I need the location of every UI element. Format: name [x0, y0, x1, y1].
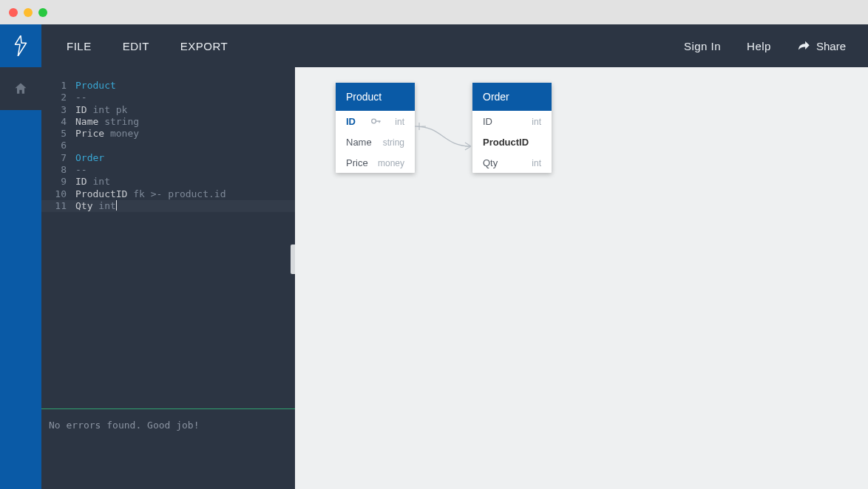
table-row[interactable]: IDint [472, 111, 552, 131]
column-name: Qty [483, 157, 498, 168]
line-number: 6 [41, 140, 75, 151]
line-number: 7 [41, 152, 75, 164]
table-box[interactable]: ProductIDintNamestringPricemoney [336, 83, 415, 173]
column-name: ID [346, 116, 356, 127]
line-code: Order [75, 152, 295, 164]
editor-line[interactable]: 1Product [41, 80, 295, 92]
menu-export[interactable]: EXPORT [180, 40, 228, 52]
line-number: 10 [41, 188, 75, 200]
table-row[interactable]: Qtyint [472, 152, 552, 173]
line-number: 5 [41, 128, 75, 140]
editor-line[interactable]: 5Price money [41, 128, 295, 140]
editor-line[interactable]: 3ID int pk [41, 104, 295, 116]
line-number: 1 [41, 80, 75, 92]
column-name: Price [346, 157, 368, 168]
svg-rect-2 [379, 120, 379, 123]
line-code: ID int pk [75, 104, 295, 116]
menu-edit[interactable]: EDIT [123, 40, 149, 52]
window-minimize-button[interactable] [24, 8, 33, 17]
column-type: money [378, 158, 404, 168]
table-row[interactable]: Pricemoney [336, 152, 415, 173]
table-header[interactable]: Order [472, 83, 552, 111]
table-row[interactable]: Namestring [336, 131, 415, 152]
left-rail [0, 24, 41, 489]
line-number: 8 [41, 164, 75, 176]
column-type: string [383, 137, 404, 148]
table-header[interactable]: Product [336, 83, 415, 111]
line-code: Qty int [75, 200, 295, 212]
share-icon [797, 41, 810, 51]
column-name: ID [483, 116, 492, 127]
line-code: Name string [75, 116, 295, 128]
code-editor[interactable]: 1Product2--3ID int pk4Name string5Price … [41, 67, 295, 408]
line-code: -- [75, 164, 295, 176]
line-code: ID int [75, 176, 295, 188]
share-label: Share [816, 40, 846, 52]
line-code: Product [75, 80, 295, 92]
editor-line[interactable]: 6 [41, 140, 295, 151]
table-row[interactable]: IDint [336, 111, 415, 131]
editor-line[interactable]: 11Qty int [41, 200, 295, 212]
editor-line[interactable]: 10ProductID fk >- product.id [41, 188, 295, 200]
editor-line[interactable]: 9ID int [41, 176, 295, 188]
column-type: int [532, 117, 541, 127]
window-zoom-button[interactable] [38, 8, 47, 17]
line-code: -- [75, 92, 295, 103]
menu-file[interactable]: FILE [67, 40, 92, 52]
table-row[interactable]: ProductID [472, 131, 552, 152]
line-number: 11 [41, 200, 75, 212]
line-number: 9 [41, 176, 75, 188]
editor-panel: 1Product2--3ID int pk4Name string5Price … [41, 67, 295, 489]
help-link[interactable]: Help [747, 40, 771, 52]
editor-line[interactable]: 8-- [41, 164, 295, 176]
editor-line[interactable]: 7Order [41, 152, 295, 164]
svg-rect-1 [376, 120, 381, 121]
line-number: 3 [41, 104, 75, 116]
pane-resize-handle[interactable] [291, 244, 295, 274]
svg-point-0 [371, 119, 376, 123]
diagram-canvas[interactable]: ProductIDintNamestringPricemoneyOrderIDi… [295, 67, 868, 489]
line-number: 4 [41, 116, 75, 128]
top-bar: FILE EDIT EXPORT Sign In Help Share [41, 24, 868, 67]
column-type: int [395, 117, 404, 127]
home-button[interactable] [0, 67, 41, 110]
column-name: ProductID [483, 137, 529, 148]
editor-line[interactable]: 4Name string [41, 116, 295, 128]
line-number: 2 [41, 92, 75, 103]
editor-line[interactable]: 2-- [41, 92, 295, 103]
status-bar: No errors found. Good job! [41, 409, 295, 489]
table-box[interactable]: OrderIDintProductIDQtyint [472, 83, 552, 173]
line-code: Price money [75, 128, 295, 140]
text-cursor [116, 200, 117, 211]
column-name: Name [346, 137, 372, 148]
share-button[interactable]: Share [797, 40, 846, 52]
window-titlebar [0, 0, 868, 24]
column-type: int [532, 158, 541, 168]
window-close-button[interactable] [9, 8, 18, 17]
app-logo[interactable] [0, 24, 41, 67]
sign-in-link[interactable]: Sign In [684, 40, 721, 52]
line-code [75, 140, 295, 151]
key-icon [371, 117, 382, 126]
line-code: ProductID fk >- product.id [75, 188, 295, 200]
